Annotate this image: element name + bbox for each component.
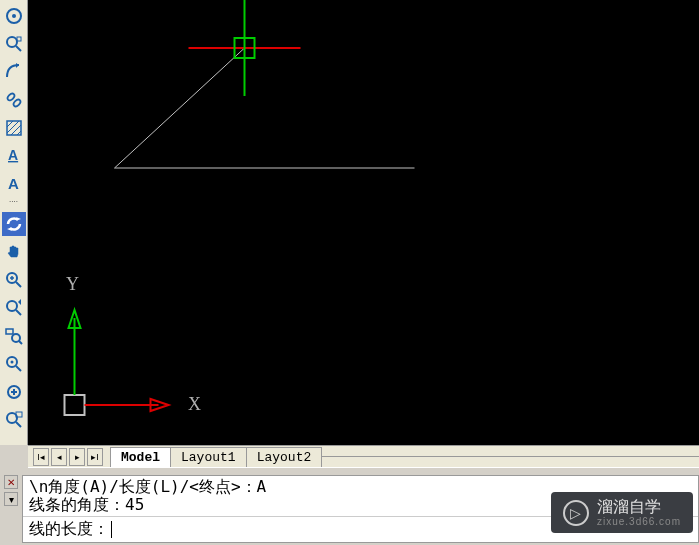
refresh-icon[interactable] <box>2 212 26 236</box>
tab-nav-next[interactable]: ▸ <box>69 448 85 466</box>
watermark-logo-icon: ▷ <box>563 500 589 526</box>
tab-model[interactable]: Model <box>110 447 171 467</box>
zoom-realtime-icon[interactable] <box>2 296 26 320</box>
tab-nav-first[interactable]: I◂ <box>33 448 49 466</box>
watermark-subtitle: zixue.3d66.com <box>597 516 681 527</box>
watermark-title: 溜溜自学 <box>597 498 681 516</box>
command-dropdown-icon[interactable]: ▾ <box>4 492 18 506</box>
text-plain-icon[interactable]: A <box>2 172 26 196</box>
pan-hand-icon[interactable] <box>2 240 26 264</box>
svg-point-25 <box>10 361 13 364</box>
svg-rect-20 <box>6 329 13 334</box>
svg-line-33 <box>115 48 245 168</box>
tab-nav-prev[interactable]: ◂ <box>51 448 67 466</box>
svg-line-24 <box>16 366 21 371</box>
command-prompt: 线的长度： <box>29 519 109 540</box>
svg-line-9 <box>7 121 19 133</box>
zoom-window-icon[interactable] <box>2 352 26 376</box>
svg-line-19 <box>16 310 21 315</box>
canvas-svg <box>28 0 699 445</box>
svg-point-1 <box>12 14 16 18</box>
tab-layout2[interactable]: Layout2 <box>246 447 323 467</box>
svg-text:A: A <box>8 147 18 163</box>
circle-target-icon[interactable] <box>2 4 26 28</box>
svg-point-6 <box>12 98 21 107</box>
text-cursor <box>111 521 112 538</box>
tab-layout1[interactable]: Layout1 <box>170 447 247 467</box>
svg-point-2 <box>7 37 17 47</box>
ucs-y-label: Y <box>66 274 79 295</box>
zoom-box-icon[interactable] <box>2 32 26 56</box>
chain-icon[interactable] <box>2 88 26 112</box>
hatch-icon[interactable] <box>2 116 26 140</box>
drawing-canvas[interactable]: Y X <box>28 0 699 445</box>
ucs-x-label: X <box>188 394 201 415</box>
zoom-plus-icon[interactable] <box>2 268 26 292</box>
svg-line-8 <box>7 121 13 127</box>
svg-line-3 <box>16 46 21 51</box>
toolbar-separator: ···· <box>9 198 18 210</box>
svg-point-18 <box>7 301 17 311</box>
command-close-icon[interactable]: ✕ <box>4 475 18 489</box>
svg-point-21 <box>12 334 20 342</box>
layout-tab-bar: I◂ ◂ ▸ ▸I Model Layout1 Layout2 <box>28 445 699 468</box>
svg-rect-37 <box>65 395 85 415</box>
zoom-in-icon[interactable] <box>2 380 26 404</box>
watermark: ▷ 溜溜自学 zixue.3d66.com <box>551 492 693 533</box>
zoom-extents-icon[interactable] <box>2 324 26 348</box>
svg-text:A: A <box>8 175 19 192</box>
tab-nav-last[interactable]: ▸I <box>87 448 103 466</box>
svg-line-10 <box>11 125 21 135</box>
arc-icon[interactable] <box>2 60 26 84</box>
text-underline-icon[interactable]: A <box>2 144 26 168</box>
svg-line-30 <box>16 422 21 427</box>
zoom-out-icon[interactable] <box>2 408 26 432</box>
svg-line-15 <box>16 282 21 287</box>
left-toolbar: A A ···· <box>0 0 28 445</box>
svg-point-5 <box>6 92 15 101</box>
svg-line-22 <box>19 341 22 344</box>
